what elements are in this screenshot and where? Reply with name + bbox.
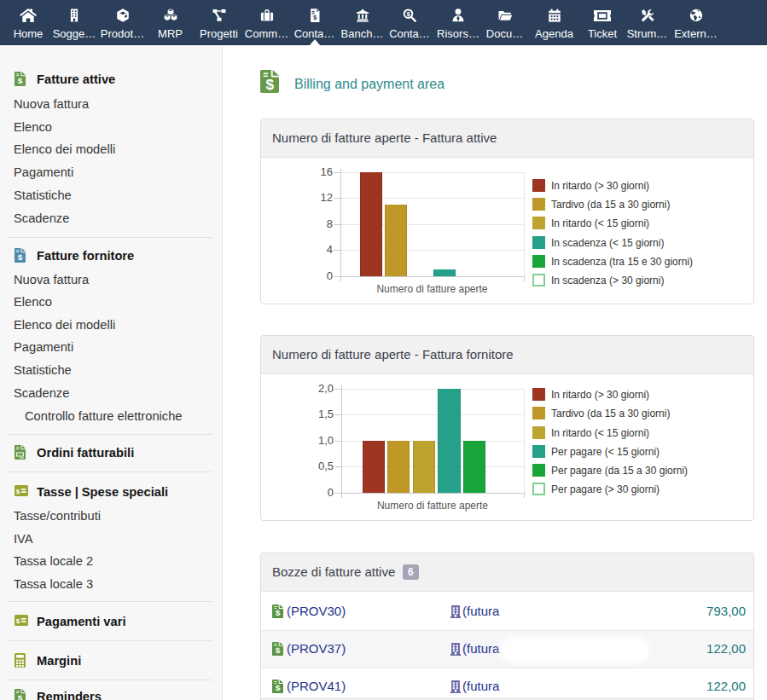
svg-text:$: $ xyxy=(18,693,23,700)
svg-text:$: $ xyxy=(16,488,20,495)
svg-text:$: $ xyxy=(18,252,23,262)
svg-text:$: $ xyxy=(276,608,281,617)
svg-text:$: $ xyxy=(265,77,274,91)
svg-text:$: $ xyxy=(312,14,317,21)
svg-text:$: $ xyxy=(276,646,281,656)
svg-text:$: $ xyxy=(18,76,23,85)
svg-text:$: $ xyxy=(16,617,20,625)
svg-text:$: $ xyxy=(276,684,281,693)
